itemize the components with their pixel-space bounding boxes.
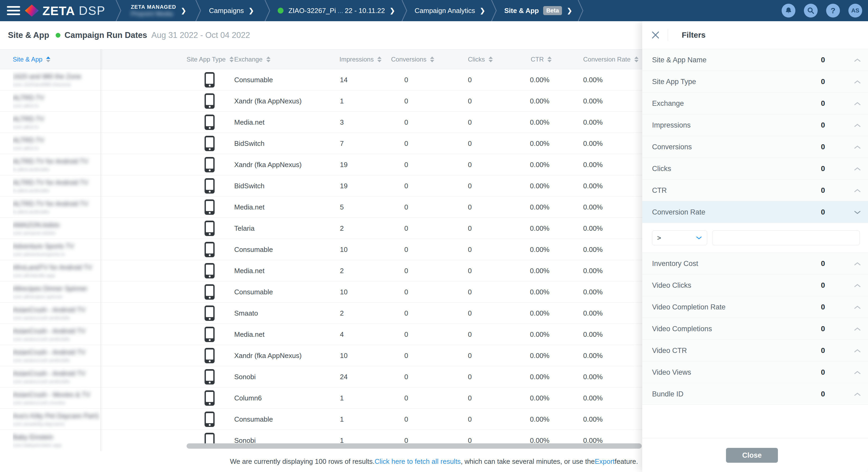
cell-impressions: 5 bbox=[340, 197, 344, 218]
column-header-exchange[interactable]: Exchange bbox=[234, 50, 271, 69]
filter-expand-toggle[interactable] bbox=[854, 101, 861, 107]
cell-site-app-name: AsianCrush - Movies & TVcom.asiancrush.m… bbox=[13, 387, 100, 409]
export-link[interactable]: Export bbox=[595, 458, 615, 466]
breadcrumb-account[interactable]: ZETA MANAGED Pinpoint Media ❯ bbox=[131, 4, 186, 18]
operator-select[interactable]: > bbox=[652, 230, 707, 245]
column-header-conversions[interactable]: Conversions bbox=[391, 50, 434, 69]
sort-icon[interactable] bbox=[489, 57, 493, 62]
cell-clicks: 0 bbox=[468, 366, 472, 387]
filter-expand-toggle[interactable] bbox=[854, 80, 861, 85]
filter-item-video-completions[interactable]: Video Completions0 bbox=[642, 318, 868, 340]
breadcrumb-site-and-app[interactable]: Site & App Beta ❯ bbox=[504, 6, 572, 15]
filter-item-video-views[interactable]: Video Views0 bbox=[642, 361, 868, 383]
filter-expand-toggle[interactable] bbox=[854, 145, 861, 150]
cell-clicks: 0 bbox=[468, 260, 472, 281]
navbar-actions: ? AS bbox=[782, 0, 862, 21]
fetch-all-results-link[interactable]: Click here to fetch all results bbox=[375, 458, 461, 466]
filter-item-exchange[interactable]: Exchange0 bbox=[642, 92, 868, 114]
cell-conversions: 0 bbox=[404, 366, 408, 387]
filter-count-badge: 0 bbox=[814, 114, 831, 136]
filter-expand-toggle[interactable] bbox=[854, 210, 861, 215]
breadcrumb-analytics-label: Campaign Analytics bbox=[415, 7, 475, 15]
cell-site-app-name: AsianCrush - Android TVcom.asiancrush.an… bbox=[13, 324, 100, 345]
sort-icon[interactable] bbox=[266, 57, 271, 62]
cell-ctr: 0.00% bbox=[530, 345, 550, 366]
cell-conv-rate: 0.00% bbox=[583, 133, 603, 154]
breadcrumb-campaigns[interactable]: Campaigns ❯ bbox=[209, 7, 254, 15]
filter-expand-toggle[interactable] bbox=[854, 188, 861, 194]
cell-clicks: 0 bbox=[468, 133, 472, 154]
filter-item-site-app-type[interactable]: Site App Type0 bbox=[642, 70, 868, 92]
sort-icon[interactable] bbox=[46, 57, 50, 62]
filter-expand-toggle[interactable] bbox=[854, 123, 861, 128]
hamburger-menu-icon[interactable] bbox=[7, 6, 20, 15]
site-app-name-redacted: ALTRD.TV for Android TV bbox=[13, 200, 100, 208]
close-panel-button[interactable] bbox=[650, 29, 661, 41]
filter-item-site-app-name[interactable]: Site & App Name0 bbox=[642, 49, 868, 70]
filter-item-conversions[interactable]: Conversions0 bbox=[642, 136, 868, 157]
filter-expand-toggle[interactable] bbox=[854, 392, 861, 397]
question-mark-icon: ? bbox=[831, 6, 835, 15]
filter-expand-toggle[interactable] bbox=[854, 58, 861, 63]
filter-expand-toggle[interactable] bbox=[854, 305, 861, 311]
cell-conversions: 0 bbox=[404, 260, 408, 281]
cell-conversions: 0 bbox=[404, 387, 408, 409]
horizontal-scrollbar-thumb[interactable] bbox=[187, 443, 642, 449]
filter-item-video-completion-rate[interactable]: Video Completion Rate0 bbox=[642, 296, 868, 318]
filter-value-input[interactable] bbox=[712, 230, 860, 245]
brand-logo[interactable]: ZETA DSP bbox=[25, 3, 105, 18]
sort-icon[interactable] bbox=[634, 57, 639, 62]
site-app-bundle-redacted: com.altrd.tv bbox=[13, 103, 100, 109]
filter-expand-toggle[interactable] bbox=[854, 167, 861, 172]
chevron-right-icon[interactable]: ❯ bbox=[249, 7, 254, 14]
cell-ctr: 0.00% bbox=[530, 324, 550, 345]
notifications-button[interactable] bbox=[782, 4, 796, 18]
filter-expand-toggle[interactable] bbox=[854, 349, 861, 354]
cell-exchange: Media.net bbox=[234, 197, 265, 218]
filter-item-impressions[interactable]: Impressions0 bbox=[642, 114, 868, 136]
breadcrumb-separator-icon bbox=[577, 0, 585, 21]
chevron-down-icon bbox=[854, 210, 861, 214]
filter-expand-toggle[interactable] bbox=[854, 327, 861, 332]
column-header-label: Exchange bbox=[234, 56, 262, 63]
chevron-right-icon[interactable]: ❯ bbox=[480, 7, 485, 14]
cell-exchange: Media.net bbox=[234, 324, 265, 345]
chevron-right-icon[interactable]: ❯ bbox=[390, 7, 395, 14]
filter-expand-toggle[interactable] bbox=[854, 262, 861, 267]
filter-item-video-ctr[interactable]: Video CTR0 bbox=[642, 340, 868, 361]
user-avatar[interactable]: AS bbox=[848, 4, 862, 18]
sort-icon[interactable] bbox=[548, 57, 552, 62]
column-header-clicks[interactable]: Clicks bbox=[468, 50, 493, 69]
filter-label: Inventory Cost bbox=[652, 253, 698, 274]
chevron-right-icon[interactable]: ❯ bbox=[567, 7, 572, 14]
column-header-impressions[interactable]: Impressions bbox=[339, 50, 381, 69]
cell-ctr: 0.00% bbox=[530, 260, 550, 281]
filter-item-inventory-cost[interactable]: Inventory Cost0 bbox=[642, 253, 868, 274]
search-button[interactable] bbox=[804, 4, 818, 18]
column-header-ctr[interactable]: CTR bbox=[531, 50, 552, 69]
sort-icon[interactable] bbox=[377, 57, 381, 62]
cell-clicks: 0 bbox=[468, 197, 472, 218]
filter-item-bundle-id[interactable]: Bundle ID0 bbox=[642, 383, 868, 405]
sort-icon[interactable] bbox=[430, 57, 434, 62]
filter-item-conversion-rate[interactable]: Conversion Rate0 bbox=[642, 201, 868, 223]
help-button[interactable]: ? bbox=[826, 4, 840, 18]
close-button[interactable]: Close bbox=[726, 448, 778, 463]
column-header-conversion-rate[interactable]: Conversion Rate bbox=[583, 50, 639, 69]
filter-expand-toggle[interactable] bbox=[854, 284, 861, 289]
filter-item-ctr[interactable]: CTR0 bbox=[642, 179, 868, 201]
filter-expand-toggle[interactable] bbox=[854, 371, 861, 376]
filter-item-clicks[interactable]: Clicks0 bbox=[642, 157, 868, 179]
cell-conv-rate: 0.00% bbox=[583, 302, 603, 324]
column-header-site-app[interactable]: Site & App bbox=[13, 50, 50, 69]
site-app-bundle-redacted: com.adventuresports.tv bbox=[13, 252, 100, 257]
breadcrumb-campaign-analytics[interactable]: Campaign Analytics ❯ bbox=[415, 7, 485, 15]
sort-icon[interactable] bbox=[229, 57, 234, 62]
filter-label: Exchange bbox=[652, 92, 684, 114]
column-header-label: CTR bbox=[531, 56, 544, 63]
cell-conv-rate: 0.00% bbox=[583, 218, 603, 239]
chevron-right-icon[interactable]: ❯ bbox=[181, 7, 186, 14]
breadcrumb-campaign[interactable]: ZIAO-32267_Pi ... 22 - 10.11.22 ❯ bbox=[278, 7, 395, 15]
filter-item-video-clicks[interactable]: Video Clicks0 bbox=[642, 274, 868, 296]
column-header-site-app-type[interactable]: Site App Type bbox=[187, 50, 234, 69]
